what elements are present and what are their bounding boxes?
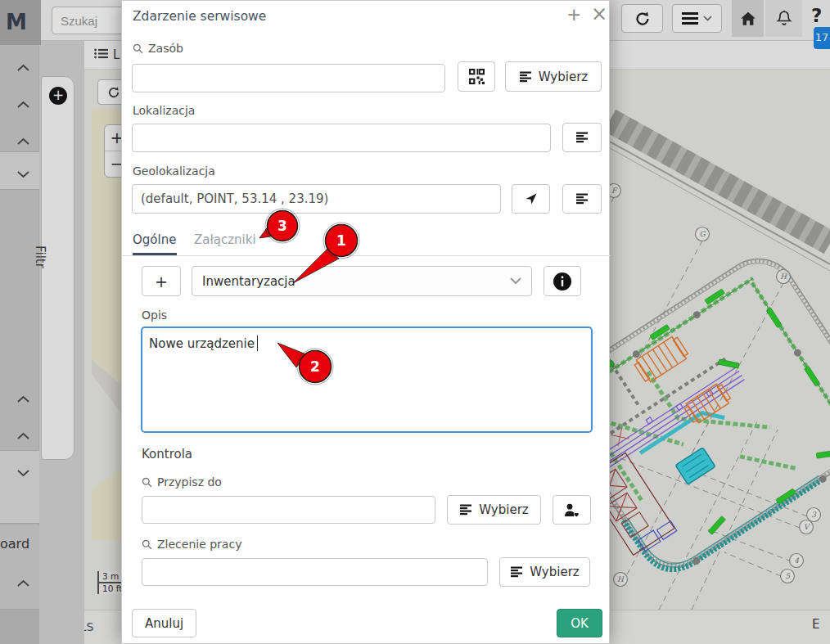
list-icon — [459, 504, 472, 516]
chevron-down-icon — [510, 277, 521, 285]
list-icon — [519, 71, 532, 83]
list-icon — [575, 132, 589, 143]
list-icon — [575, 193, 589, 205]
service-event-dialog: Zdarzenie serwisowe + × Zasób Wybierz Lo… — [121, 0, 610, 644]
event-type-dropdown[interactable]: Inwentaryzacja — [192, 266, 532, 296]
assign-to-me-button[interactable] — [553, 495, 591, 525]
resource-label-row: Zasób — [133, 42, 183, 55]
description-textarea[interactable]: Nowe urządzenie — [141, 327, 593, 433]
location-input[interactable] — [132, 124, 551, 152]
assign-to-label: Przypisz do — [157, 475, 222, 489]
geolocation-list-button[interactable] — [562, 184, 602, 214]
search-icon — [133, 43, 143, 54]
assign-to-select-button[interactable]: Wybierz — [447, 495, 541, 525]
add-event-type-button[interactable]: + — [142, 266, 181, 296]
resource-select-button[interactable]: Wybierz — [505, 61, 602, 92]
tab-divider — [122, 255, 611, 256]
description-label: Opis — [142, 308, 167, 322]
qr-scan-button[interactable] — [458, 61, 495, 92]
event-type-value: Inwentaryzacja — [202, 274, 295, 289]
location-list-button[interactable] — [562, 123, 602, 152]
assign-to-input[interactable] — [142, 496, 435, 524]
work-order-input[interactable] — [142, 558, 488, 586]
tab-attachments[interactable]: Załączniki — [194, 232, 256, 247]
search-icon — [142, 477, 152, 488]
person-heart-icon — [564, 503, 580, 517]
event-type-info-button[interactable] — [544, 266, 581, 296]
assign-to-label-row: Przypisz do — [142, 475, 222, 489]
list-icon — [510, 566, 523, 578]
app-screen: L — [0, 0, 830, 644]
dialog-add-button[interactable]: + — [566, 4, 581, 25]
work-order-label-row: Zlecenie pracy — [142, 538, 241, 551]
dialog-title: Zdarzenie serwisowe — [133, 9, 266, 24]
resource-label: Zasób — [148, 42, 183, 55]
cancel-button[interactable]: Anuluj — [132, 609, 196, 637]
tab-general[interactable]: Ogólne — [133, 232, 176, 247]
geolocation-input[interactable] — [132, 184, 501, 214]
info-icon — [553, 272, 572, 291]
dialog-close-button[interactable]: × — [591, 2, 607, 25]
geolocation-label: Geolokalizacja — [133, 164, 215, 178]
ok-button[interactable]: OK — [557, 609, 602, 637]
location-label: Lokalizacja — [133, 104, 195, 117]
locate-me-button[interactable] — [512, 184, 550, 214]
select-button-label: Wybierz — [479, 502, 528, 517]
select-button-label: Wybierz — [530, 565, 579, 579]
work-order-label: Zlecenie pracy — [157, 538, 241, 551]
control-section-label: Kontrola — [142, 447, 192, 462]
select-button-label: Wybierz — [539, 70, 588, 84]
work-order-select-button[interactable]: Wybierz — [499, 557, 590, 587]
qr-code-icon — [469, 69, 485, 84]
resource-input[interactable] — [132, 64, 445, 92]
navigation-arrow-icon — [525, 192, 538, 205]
search-icon — [142, 539, 152, 550]
description-text: Nowe urządzenie — [149, 336, 255, 351]
text-cursor — [257, 336, 259, 351]
